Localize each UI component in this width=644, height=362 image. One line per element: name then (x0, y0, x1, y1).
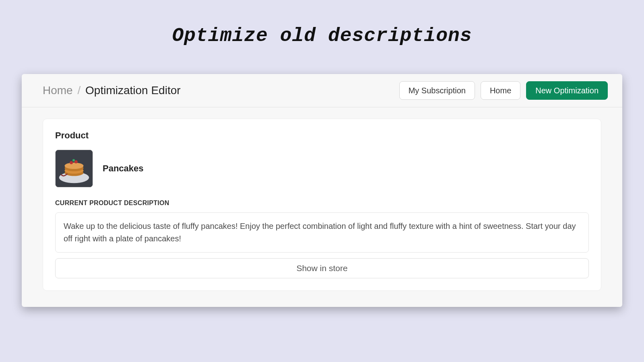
page-title: Optimize old descriptions (0, 0, 644, 67)
product-row: Pancakes (55, 150, 589, 187)
breadcrumb-home[interactable]: Home (43, 84, 73, 97)
svg-point-6 (70, 161, 73, 164)
my-subscription-button[interactable]: My Subscription (399, 81, 475, 100)
breadcrumb: Home / Optimization Editor (43, 84, 181, 97)
svg-point-7 (74, 160, 78, 163)
current-description-label: CURRENT PRODUCT DESCRIPTION (55, 200, 589, 207)
current-description-text: Wake up to the delicious taste of fluffy… (55, 212, 589, 253)
home-button[interactable]: Home (481, 81, 520, 100)
pancakes-image-icon (56, 150, 93, 187)
breadcrumb-separator: / (76, 84, 82, 97)
svg-point-5 (65, 162, 84, 169)
product-thumbnail[interactable] (55, 150, 93, 187)
breadcrumb-current: Optimization Editor (85, 84, 181, 97)
product-card: Product Pancakes CURRENT PRODUCT DES (43, 119, 601, 291)
editor-panel: Home / Optimization Editor My Subscripti… (22, 74, 622, 307)
panel-header: Home / Optimization Editor My Subscripti… (22, 74, 622, 107)
product-section-label: Product (55, 130, 589, 141)
product-name: Pancakes (103, 163, 144, 174)
new-optimization-button[interactable]: New Optimization (526, 81, 608, 100)
svg-point-8 (72, 159, 75, 162)
show-in-store-button[interactable]: Show in store (55, 258, 589, 278)
header-actions: My Subscription Home New Optimization (399, 81, 608, 100)
